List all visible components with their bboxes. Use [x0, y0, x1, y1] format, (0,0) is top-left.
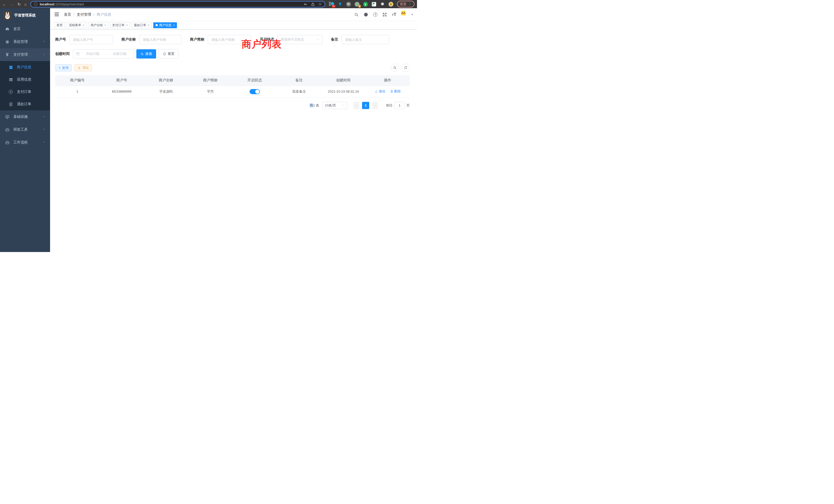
gear-icon	[4, 40, 10, 44]
tab-refund-order[interactable]: 退款订单×	[131, 22, 152, 28]
sidebar-item-payment[interactable]: ¥ 支付管理	[0, 48, 50, 61]
merchant-no-input[interactable]	[69, 35, 113, 44]
avatar[interactable]	[401, 11, 409, 19]
close-icon[interactable]: ×	[173, 24, 175, 27]
extension-diamond-icon[interactable]: 10	[329, 2, 334, 7]
reset-button[interactable]: 重置	[159, 49, 178, 59]
edit-label: 修改	[379, 89, 386, 94]
goto-page: 前往 页	[386, 102, 410, 109]
extension-y-icon[interactable]: y	[363, 2, 368, 7]
chevron-up-icon	[43, 53, 46, 57]
password-key-icon[interactable]	[304, 2, 307, 6]
remark-input[interactable]	[342, 35, 389, 44]
breadcrumb-home[interactable]: 首页	[64, 12, 71, 17]
extension-badge-1: 1	[358, 5, 361, 8]
chevron-down-icon	[43, 115, 46, 119]
browser-reload-button[interactable]: ↻	[18, 2, 21, 6]
page-size-select[interactable]: 10条/页	[322, 102, 347, 109]
add-button[interactable]: + 新增	[55, 64, 72, 71]
total-prefix: 共	[310, 104, 313, 107]
sidebar-item-infrastructure[interactable]: 基础设施	[0, 110, 50, 123]
chrome-update-button[interactable]: 更新 ⋮	[397, 1, 414, 7]
trash-icon	[390, 90, 393, 93]
tab-pay-order[interactable]: 支付订单×	[110, 22, 130, 28]
page-content: 商户号 商户全称 商户简称 开启状态 请选择开启状态	[50, 29, 417, 252]
date-range-picker[interactable]: 开始日期 - 结束日期	[73, 49, 134, 59]
status-select[interactable]: 请选择开启状态	[278, 35, 323, 44]
bookmark-star-icon[interactable]: ☆	[319, 2, 322, 6]
close-icon[interactable]: ×	[126, 24, 128, 27]
help-icon[interactable]: ?	[373, 12, 377, 17]
sidebar-item-label: 退款订单	[17, 102, 31, 107]
sidebar-item-pay-order[interactable]: ¥ 支付订单	[0, 86, 50, 98]
active-dot	[156, 24, 158, 26]
show-search-toggle-button[interactable]	[391, 64, 399, 72]
search-icon	[393, 66, 397, 70]
search-label: 搜索	[145, 51, 152, 56]
close-icon[interactable]: ×	[104, 24, 106, 27]
export-button[interactable]: 导出	[74, 64, 92, 71]
browser-forward-button[interactable]: →	[10, 2, 14, 6]
browser-menu-icon[interactable]: ⋮	[408, 2, 412, 6]
tab-merchant-info[interactable]: 商户信息×	[153, 22, 177, 28]
github-icon[interactable]	[364, 12, 368, 17]
tab-home[interactable]: 首页	[54, 22, 65, 28]
breadcrumb: 首页 / 支付管理 / 商户信息	[64, 12, 111, 17]
extension-area: 10 ⌘ 1 y	[329, 2, 393, 7]
extension-smiley-icon[interactable]	[388, 2, 393, 7]
col-create-time: 创建时间	[321, 75, 366, 86]
goto-page-input[interactable]	[394, 102, 405, 109]
fullscreen-icon[interactable]	[382, 12, 387, 17]
next-page-button[interactable]	[372, 102, 378, 109]
extension-green-dot-icon[interactable]: 1	[354, 2, 359, 7]
extensions-puzzle-icon[interactable]	[380, 2, 385, 7]
share-icon[interactable]	[311, 2, 315, 6]
close-icon[interactable]: ×	[83, 24, 84, 27]
search-button[interactable]: 搜索	[136, 49, 156, 59]
prev-page-button[interactable]	[353, 102, 359, 109]
filter-status: 开启状态 请选择开启状态	[260, 35, 323, 44]
col-status: 开启状态	[233, 75, 277, 86]
sidebar-item-workflow[interactable]: 工作流程	[0, 136, 50, 149]
sidebar-collapse-icon[interactable]	[54, 12, 60, 18]
top-navbar: 首页 / 支付管理 / 商户信息 ? TT ▾	[50, 8, 417, 21]
sidebar-item-system[interactable]: 系统管理	[0, 36, 50, 48]
cell-merchant-id: 1	[55, 86, 100, 97]
header-search-icon[interactable]	[354, 12, 359, 17]
refresh-table-button[interactable]	[401, 64, 410, 72]
font-size-icon[interactable]: TT	[392, 12, 396, 17]
delete-link[interactable]: 删除	[390, 89, 401, 94]
app-logo[interactable]: 芋道管理系统	[0, 8, 50, 23]
sidebar-item-label: 工作流程	[13, 140, 28, 145]
sidebar-item-app-info[interactable]: 应用信息	[0, 73, 50, 86]
extension-command-icon[interactable]: ⌘	[346, 2, 351, 7]
col-remark: 备注	[277, 75, 321, 86]
short-name-input[interactable]	[208, 35, 251, 44]
extension-flag-icon[interactable]	[371, 2, 376, 7]
filter-row-2: 创建时间 开始日期 - 结束日期 搜索 重置	[55, 49, 410, 59]
sidebar-item-merchant-info[interactable]: 商户信息	[0, 61, 50, 73]
total-suffix: 条	[316, 104, 319, 107]
browser-home-button[interactable]: ⌂	[24, 2, 27, 6]
sidebar-item-dev-tools[interactable]: 研发工具	[0, 123, 50, 136]
site-info-icon[interactable]: i	[34, 2, 38, 6]
full-name-input[interactable]	[139, 35, 181, 44]
page-1-button[interactable]: 1	[362, 102, 369, 109]
extension-kite-icon[interactable]	[337, 2, 343, 7]
status-toggle[interactable]	[249, 89, 260, 94]
close-icon[interactable]: ×	[148, 24, 149, 27]
edit-link[interactable]: 修改	[375, 89, 386, 94]
tab-user-group[interactable]: 用户分组×	[88, 22, 108, 28]
extension-badge-10: 10	[332, 5, 335, 8]
tab-process-form[interactable]: 流程表单×	[66, 22, 87, 28]
create-time-label: 创建时间	[55, 51, 70, 56]
address-bar[interactable]: i localhost:1024/pay/merchant ☆	[30, 1, 325, 7]
pencil-icon	[375, 90, 378, 93]
reset-label: 重置	[168, 51, 174, 56]
sidebar-item-refund-order[interactable]: 退款订单	[0, 98, 50, 110]
avatar-caret-icon[interactable]: ▾	[411, 13, 413, 16]
sidebar-item-home[interactable]: 首页	[0, 23, 50, 36]
dashboard-icon	[4, 27, 10, 31]
refresh-icon	[404, 66, 408, 70]
browser-back-button[interactable]: ←	[3, 2, 6, 6]
